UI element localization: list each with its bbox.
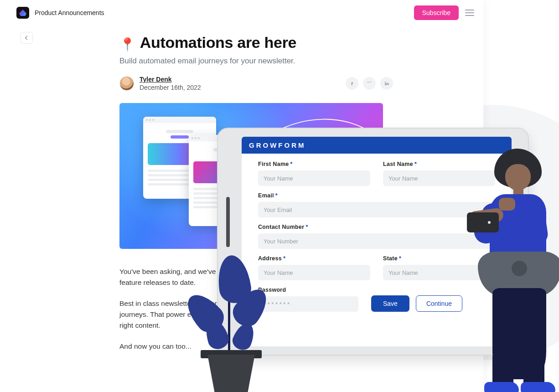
form-brand: GROWFORM	[242, 137, 512, 154]
publish-date: December 16th, 2022	[140, 84, 201, 91]
subscribe-button[interactable]: Subscribe	[414, 5, 459, 20]
back-button[interactable]	[20, 32, 33, 44]
first-name-label: First Name*	[258, 161, 370, 167]
address-input[interactable]	[258, 265, 370, 280]
author-name[interactable]: Tyler Denk	[140, 76, 201, 83]
article-subtitle: Build automated email journeys for your …	[119, 57, 393, 66]
linkedin-icon[interactable]	[380, 77, 393, 90]
last-name-label: Last Name*	[383, 161, 495, 167]
brand-icon	[16, 7, 29, 19]
first-name-input[interactable]	[258, 170, 370, 186]
state-input[interactable]	[383, 265, 495, 280]
email-input[interactable]	[258, 202, 495, 217]
signup-form: First Name* Last Name* Email* Contact Nu…	[242, 154, 512, 327]
menu-icon[interactable]	[465, 10, 474, 16]
top-bar: Product Announcements Subscribe	[0, 0, 483, 26]
fade-overlay	[0, 351, 483, 392]
article-title: 📍Automations are here	[119, 34, 393, 52]
twitter-icon[interactable]	[363, 77, 376, 90]
state-label: State*	[383, 255, 495, 262]
contact-label: Contact Number*	[258, 224, 495, 230]
facebook-icon[interactable]	[346, 77, 358, 90]
last-name-input[interactable]	[383, 170, 495, 186]
password-label: Password	[258, 287, 358, 293]
save-button[interactable]: Save	[371, 295, 409, 312]
author-avatar	[119, 76, 134, 91]
brand-title: Product Announcements	[35, 9, 104, 16]
pin-icon: 📍	[119, 37, 135, 52]
tablet-frame: GROWFORM First Name* Last Name* Email*	[217, 128, 529, 356]
email-label: Email*	[258, 192, 495, 199]
continue-button[interactable]: Continue	[416, 295, 462, 312]
password-input[interactable]	[258, 296, 358, 312]
contact-input[interactable]	[258, 233, 495, 249]
address-label: Address*	[258, 255, 370, 262]
